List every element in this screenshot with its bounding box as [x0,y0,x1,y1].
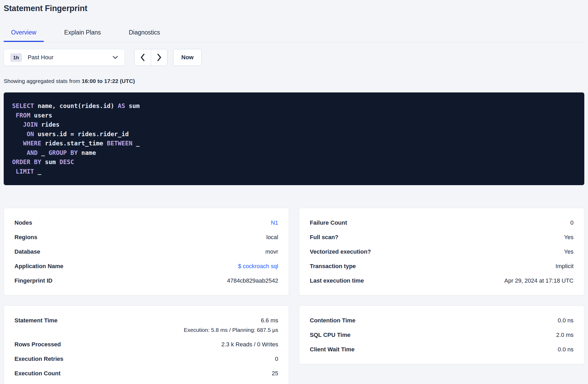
sql-keyword: AS [118,102,125,109]
sql-text: name, count(rides.id) [34,102,118,109]
sql-text: name [78,149,96,156]
sql-line: SELECT name, count(rides.id) AS sum [12,101,576,111]
sql-text: users.id = rides.rider_id [34,131,129,137]
stat-row: Rows Processed2.3 k Reads / 0 Writes [14,337,278,352]
row-value: 2.3 k Reads / 0 Writes [221,341,278,348]
row-value-wrap: Yes [564,248,574,255]
aggregated-stats-text: Showing aggregated stats from 16:00 to 1… [4,77,584,85]
nodes-link[interactable]: N1 [271,219,278,226]
row-value-wrap: 0.0 ns [558,317,574,324]
sql-text: _ [132,140,140,147]
time-nav-buttons [134,49,167,66]
page-title: Statement Fingerprint [4,4,584,13]
stat-row: NodesN1 [14,215,278,230]
row-label: Full scan? [310,234,338,241]
chevron-left-icon [140,53,145,61]
sql-keyword: JOIN [23,121,38,128]
sql-keyword: AND [27,149,38,156]
stat-row: Client Wait Time0.0 ns [310,342,574,357]
sql-text: rides [38,121,59,128]
time-range-label: Past Hour [28,54,112,61]
row-label: Statement Time [14,317,57,324]
time-stats-card: Contention Time0.0 nsSQL CPU Time2.0 msC… [299,306,584,364]
tab-bar: OverviewExplain PlansDiagnostics [4,24,584,42]
sql-text: users [30,112,52,119]
row-value-wrap: 0.0 ns [558,346,574,353]
sql-text [12,131,27,137]
stat-row: Execution Retries0 [14,352,278,366]
sql-keyword: ORDER BY [12,159,41,165]
stat-row: Last execution timeApr 29, 2024 at 17:18… [310,273,574,288]
row-value: movr [265,248,278,255]
row-value-wrap: Yes [564,234,574,241]
time-range-dropdown[interactable]: 1h Past Hour [4,49,125,66]
sql-line: LIMIT _ [12,167,576,176]
row-value-wrap: 2.0 ms [556,331,574,338]
sql-keyword: DESC [59,159,74,165]
stat-row: Regionslocal [14,230,278,244]
row-value: 0.0 ns [558,346,574,353]
sql-text [12,121,23,128]
row-value: 6.6 ms [261,317,278,324]
tab-overview[interactable]: Overview [4,24,44,42]
row-label: Failure Count [310,219,347,226]
sql-text: _ [34,168,41,175]
row-label: Regions [14,234,37,241]
row-label: Transaction type [310,263,356,270]
sql-line: WHERE rides.start_time BETWEEN _ [12,139,576,148]
statement-details-card: NodesN1RegionslocalDatabasemovrApplicati… [4,208,289,296]
statement-stats-card: Statement Time6.6 msExecution: 5.8 ms / … [4,306,289,384]
stat-row: Failure Count0 [310,215,574,230]
row-value-wrap: 2.3 k Reads / 0 Writes [221,341,278,348]
now-button[interactable]: Now [173,49,202,66]
sql-text: sum [41,159,59,165]
sql-keyword: BETWEEN [107,140,132,147]
row-value-wrap: 4784cb829aab2542 [227,277,278,284]
time-range-badge: 1h [10,53,22,62]
sql-line: JOIN rides [12,120,576,130]
row-label: Last execution time [310,277,364,284]
stat-row: Transaction typeImplicit [310,259,574,273]
row-value-wrap: Implicit [556,263,574,270]
stat-row: Execution Count25 [14,366,278,381]
aggregated-stats-prefix: Showing aggregated stats from [4,78,82,84]
sql-text [12,168,16,175]
aggregated-stats-range: 16:00 to 17:22 (UTC) [82,78,135,84]
tab-diagnostics[interactable]: Diagnostics [121,24,167,42]
stat-row: Databasemovr [14,244,278,259]
row-value: 0.0 ns [558,317,574,324]
row-value: Implicit [556,263,574,269]
execution-attributes-card: Failure Count0Full scan?YesVectorized ex… [299,208,584,296]
row-value-wrap: 0 [275,355,278,362]
prev-time-range-button[interactable] [134,49,151,66]
sql-line: AND _ GROUP BY name [12,148,576,158]
next-time-range-button[interactable] [151,49,167,66]
statement-fingerprint-page: Statement Fingerprint OverviewExplain Pl… [0,0,588,384]
row-value: Yes [564,248,574,255]
row-label: Execution Count [14,370,61,377]
row-label: Execution Retries [14,355,63,362]
stat-row: Fingerprint ID4784cb829aab2542 [14,273,278,288]
row-label: Fingerprint ID [14,277,52,284]
sql-text [12,112,16,119]
sql-line: ORDER BY sum DESC [12,157,576,167]
sql-line: FROM users [12,111,576,120]
row-label: Nodes [14,219,32,226]
sql-text: _ [38,149,49,156]
chevron-right-icon [157,53,162,61]
stat-row: SQL CPU Time2.0 ms [310,328,574,342]
tab-explain-plans[interactable]: Explain Plans [57,24,108,42]
details-cards-row: NodesN1RegionslocalDatabasemovrApplicati… [4,208,584,296]
row-label: Contention Time [310,317,355,324]
sql-text [12,149,27,156]
row-value-wrap: 25 [272,370,278,377]
row-label: Client Wait Time [310,346,355,353]
row-value-wrap: movr [265,248,278,255]
sql-text [12,140,23,147]
stat-row: Full scan?Yes [310,230,574,244]
row-label: Application Name [14,263,63,270]
chevron-down-icon [112,56,118,59]
row-value-wrap: Apr 29, 2024 at 17:18 UTC [504,277,574,284]
application-name-link[interactable]: $ cockroach sql [238,263,278,269]
row-value: Yes [564,234,574,240]
